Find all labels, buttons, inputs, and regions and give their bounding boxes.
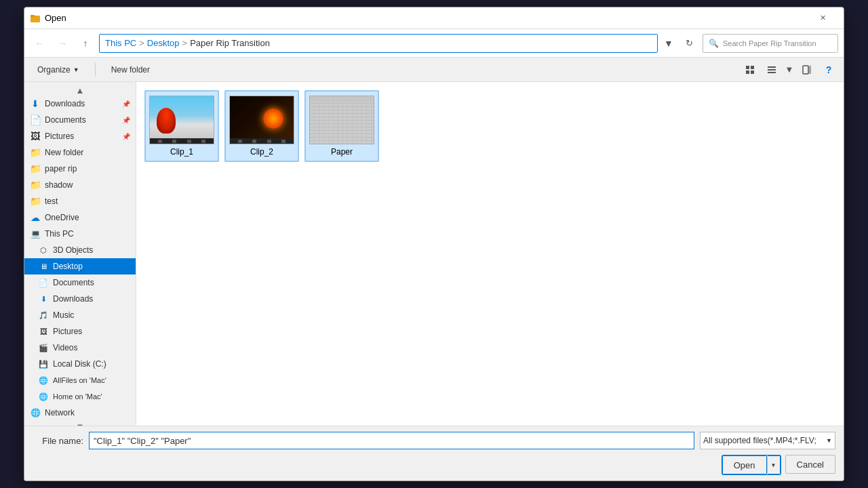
details-view[interactable]	[762, 60, 781, 79]
film-strip-bottom2	[230, 138, 294, 144]
test-icon: 📁	[30, 196, 41, 207]
file-thumbnail-clip2	[229, 96, 294, 144]
svg-rect-1	[31, 15, 35, 17]
help-button[interactable]: ?	[819, 60, 838, 79]
svg-rect-3	[751, 66, 754, 69]
organize-button[interactable]: Organize ▼	[30, 61, 87, 79]
allfiles-mac-icon: 🌐	[38, 375, 49, 386]
cancel-button[interactable]: Cancel	[785, 455, 835, 474]
sidebar-item-documents-pinned[interactable]: 📄 Documents 📌	[24, 112, 136, 128]
documents-icon: 📄	[30, 115, 41, 125]
open-button[interactable]: Open	[722, 455, 767, 474]
breadcrumb-this-pc[interactable]: This PC	[105, 38, 136, 48]
sidebar-item-allfiles-mac[interactable]: 🌐 AllFiles on 'Mac'	[24, 372, 136, 388]
music-icon: 🎵	[38, 310, 49, 321]
sidebar-item-this-pc[interactable]: 💻 This PC	[24, 226, 136, 242]
file-name-input[interactable]	[89, 432, 694, 449]
file-name-paper: Paper	[331, 147, 353, 157]
breadcrumb-desktop[interactable]: Desktop	[147, 38, 180, 48]
search-placeholder: Search Paper Rip Transition	[723, 39, 816, 47]
sidebar-label-desktop: Desktop	[53, 262, 83, 271]
sidebar-scroll-up[interactable]: ▲	[24, 85, 136, 96]
sidebar-item-network[interactable]: 🌐 Network	[24, 405, 136, 421]
downloads-folder-icon: ⬇	[38, 293, 49, 304]
file-item-clip1[interactable]: Clip_1	[144, 90, 219, 162]
preview-pane[interactable]	[797, 60, 816, 79]
new-folder-button[interactable]: New folder	[104, 61, 157, 79]
refresh-button[interactable]: ↻	[679, 34, 698, 53]
film-dot	[267, 140, 271, 143]
open-label: Open	[734, 460, 755, 470]
sidebar-item-downloads[interactable]: ⬇ Downloads	[24, 291, 136, 307]
sidebar-item-pictures[interactable]: 🖼 Pictures	[24, 323, 136, 340]
sidebar-item-paper-rip[interactable]: 📁 paper rip	[24, 161, 136, 177]
organize-label: Organize	[37, 65, 71, 75]
file-name-label: File name:	[33, 436, 83, 446]
film-dot	[187, 140, 191, 143]
sidebar-item-downloads-pinned[interactable]: ⬇ Downloads 📌	[24, 96, 136, 112]
breadcrumb-bar[interactable]: This PC > Desktop > Paper Rip Transition	[99, 34, 658, 53]
organize-arrow: ▼	[73, 66, 79, 73]
up-button[interactable]: ↑	[76, 34, 95, 53]
forward-button[interactable]: →	[53, 34, 72, 53]
open-dialog: Open ✕ ← → ↑ This PC > Desktop > Paper R…	[24, 7, 844, 481]
onedrive-icon: ☁	[30, 212, 41, 223]
this-pc-icon: 💻	[30, 228, 41, 239]
title-bar-left: Open	[30, 13, 66, 24]
title-bar: Open ✕	[24, 7, 844, 29]
file-item-clip2[interactable]: Clip_2	[224, 90, 299, 162]
sidebar-item-onedrive[interactable]: ☁ OneDrive	[24, 209, 136, 226]
sidebar-item-shadow[interactable]: 📁 shadow	[24, 177, 136, 193]
sidebar-label-music: Music	[53, 310, 74, 320]
open-arrow-icon: ▼	[771, 462, 776, 468]
sep1: >	[139, 38, 144, 48]
sidebar-label-allfiles-mac: AllFiles on 'Mac'	[53, 376, 106, 384]
sidebar-label-shadow: shadow	[45, 180, 73, 190]
sidebar-item-music[interactable]: 🎵 Music	[24, 307, 136, 323]
breadcrumb-current: Paper Rip Transition	[190, 38, 270, 48]
address-bar: ← → ↑ This PC > Desktop > Paper Rip Tran…	[24, 29, 844, 58]
sidebar-label-local-disk: Local Disk (C:)	[53, 359, 106, 369]
file-type-dropdown[interactable]: All supported files(*.MP4;*.FLV; ▼	[700, 432, 835, 449]
open-button-group: Open ▼	[722, 455, 781, 475]
buttons-row: Open ▼ Cancel	[33, 455, 835, 475]
back-button[interactable]: ←	[30, 34, 49, 53]
open-dropdown-button[interactable]: ▼	[767, 455, 781, 474]
sidebar-item-home-mac[interactable]: 🌐 Home on 'Mac'	[24, 388, 136, 405]
dropdown-arrow-icon: ▼	[826, 437, 832, 444]
pin-icon: 📌	[122, 100, 130, 108]
sidebar-label-paper-rip: paper rip	[45, 164, 77, 174]
paper-bg	[310, 96, 374, 144]
sidebar-item-test[interactable]: 📁 test	[24, 193, 136, 209]
sidebar: ▲ ⬇ Downloads 📌 📄 Documents 📌 🖼 Pictures…	[24, 82, 136, 426]
file-name-clip2: Clip_2	[250, 147, 273, 157]
file-name-row: File name: All supported files(*.MP4;*.F…	[33, 432, 835, 449]
sidebar-item-new-folder[interactable]: 📁 New folder	[24, 144, 136, 161]
file-area[interactable]: Clip_1	[136, 82, 844, 426]
extra-large-icons-view[interactable]	[741, 60, 760, 79]
sidebar-item-videos[interactable]: 🎬 Videos	[24, 340, 136, 356]
file-thumbnail-clip1	[149, 96, 214, 144]
file-thumbnail-paper	[309, 96, 374, 144]
sidebar-item-3d-objects[interactable]: ⬡ 3D Objects	[24, 242, 136, 258]
sep2: >	[182, 38, 188, 48]
sidebar-item-local-disk[interactable]: 💾 Local Disk (C:)	[24, 356, 136, 372]
sidebar-item-documents[interactable]: 📄 Documents	[24, 274, 136, 291]
film-strip-bottom	[150, 138, 214, 144]
paper-rip-icon: 📁	[30, 163, 41, 174]
sidebar-label-downloads: Downloads	[53, 294, 93, 304]
close-button[interactable]: ✕	[807, 7, 838, 29]
search-box[interactable]: 🔍 Search Paper Rip Transition	[703, 34, 838, 53]
svg-rect-9	[803, 66, 808, 74]
pictures-icon: 🖼	[30, 131, 41, 142]
sidebar-item-pictures-pinned[interactable]: 🖼 Pictures 📌	[24, 128, 136, 144]
pin-icon2: 📌	[122, 117, 130, 124]
sidebar-label-this-pc: This PC	[45, 229, 74, 239]
sidebar-item-desktop[interactable]: 🖥 Desktop	[24, 258, 136, 274]
dropdown-button[interactable]: ▼	[662, 34, 675, 53]
pictures-folder-icon: 🖼	[38, 326, 49, 337]
pin-icon3: 📌	[122, 133, 130, 140]
view-dropdown[interactable]: ▼	[784, 60, 795, 79]
file-item-paper[interactable]: Paper	[304, 90, 379, 162]
sidebar-scroll-down[interactable]: ▼	[24, 421, 136, 426]
